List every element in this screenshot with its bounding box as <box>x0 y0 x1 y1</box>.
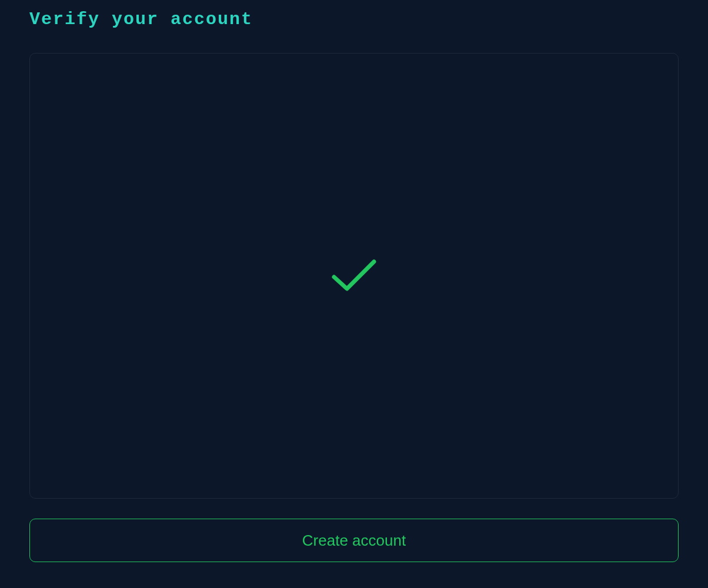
create-account-button[interactable]: Create account <box>29 519 679 562</box>
page-title: Verify your account <box>29 0 679 53</box>
verification-panel <box>29 53 679 499</box>
create-account-label: Create account <box>302 532 406 550</box>
check-icon <box>329 258 379 293</box>
